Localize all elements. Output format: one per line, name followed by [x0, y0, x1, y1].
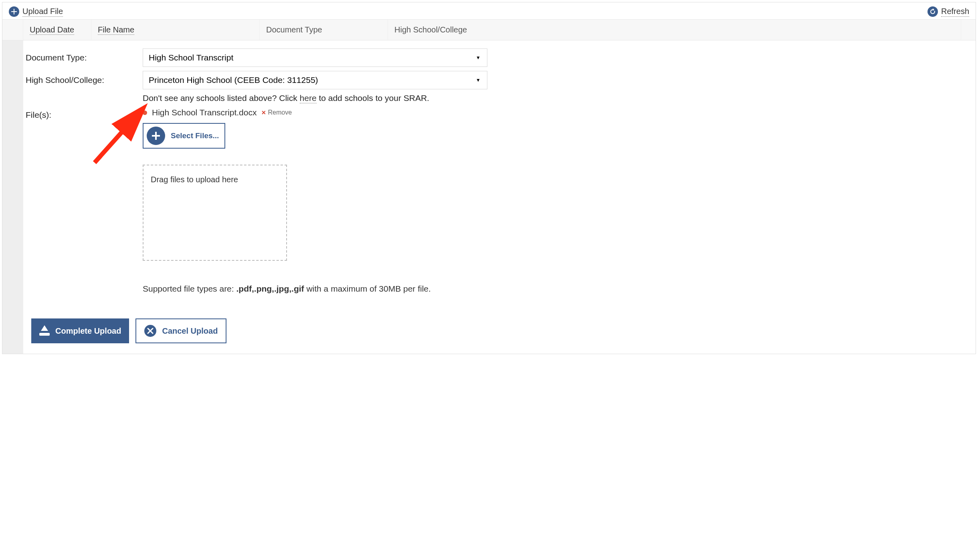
column-upload-date-label: Upload Date — [30, 25, 74, 35]
form-content: Document Type: High School Transcript Hi… — [23, 40, 976, 354]
school-hint: Don't see any schools listed above? Clic… — [143, 93, 968, 103]
refresh-link[interactable]: Refresh — [927, 6, 969, 17]
row-school: High School/College: Princeton High Scho… — [26, 71, 968, 89]
column-end — [961, 20, 976, 40]
school-hint-prefix: Don't see any schools listed above? Clic… — [143, 93, 300, 103]
cancel-upload-label: Cancel Upload — [162, 326, 218, 336]
upload-file-label: Upload File — [22, 7, 63, 17]
label-files: File(s): — [26, 110, 143, 120]
label-document-type: Document Type: — [26, 53, 143, 62]
complete-upload-label: Complete Upload — [55, 326, 121, 336]
close-icon: ✕ — [261, 109, 266, 116]
select-files-label: Select Files... — [171, 131, 219, 140]
column-upload-date[interactable]: Upload Date — [23, 20, 91, 40]
supported-file-types-note: Supported file types are: .pdf,.png,.jpg… — [143, 284, 968, 294]
row-document-type: Document Type: High School Transcript — [26, 48, 968, 67]
column-school-label: High School/College — [394, 25, 467, 34]
column-file-name-label: File Name — [98, 25, 134, 35]
table-header: Upload Date File Name Document Type High… — [2, 19, 976, 40]
left-gutter — [2, 40, 23, 354]
action-bar: Complete Upload Cancel Upload — [31, 318, 968, 343]
upload-icon — [39, 326, 50, 336]
column-school: High School/College — [388, 20, 961, 40]
pending-file-name: High School Transcript.docx — [152, 108, 257, 117]
select-files-button[interactable]: Select Files... — [143, 123, 225, 149]
complete-upload-button[interactable]: Complete Upload — [31, 318, 129, 343]
school-hint-suffix: to add schools to your SRAR. — [317, 93, 429, 103]
supported-prefix: Supported file types are: — [143, 284, 236, 293]
pending-dot-icon — [143, 111, 147, 115]
select-school-value: Princeton High School (CEEB Code: 311255… — [149, 75, 318, 85]
plus-icon — [9, 6, 19, 17]
toolbar: Upload File Refresh — [2, 2, 976, 19]
select-school[interactable]: Princeton High School (CEEB Code: 311255… — [143, 71, 487, 89]
select-document-type[interactable]: High School Transcript — [143, 48, 487, 67]
remove-file-label: Remove — [268, 109, 292, 116]
pending-file-row: High School Transcript.docx ✕ Remove — [143, 108, 968, 117]
plus-icon — [147, 127, 165, 145]
label-school: High School/College: — [26, 75, 143, 85]
column-document-type-label: Document Type — [266, 25, 322, 34]
add-schools-link[interactable]: here — [300, 93, 317, 103]
supported-types: .pdf,.png,.jpg,.gif — [236, 284, 304, 293]
file-drop-zone[interactable]: Drag files to upload here — [143, 165, 287, 261]
refresh-label: Refresh — [941, 7, 969, 17]
column-file-name[interactable]: File Name — [91, 20, 260, 40]
column-pad — [2, 20, 23, 40]
upload-file-link[interactable]: Upload File — [9, 6, 63, 17]
column-document-type: Document Type — [260, 20, 388, 40]
refresh-icon — [927, 6, 938, 17]
select-document-type-value: High School Transcript — [149, 53, 233, 62]
drop-zone-label: Drag files to upload here — [151, 175, 238, 184]
form-body: Document Type: High School Transcript Hi… — [2, 40, 976, 354]
upload-panel: Upload File Refresh Upload Date File Nam… — [2, 2, 976, 354]
cancel-upload-button[interactable]: Cancel Upload — [135, 318, 226, 343]
supported-suffix: with a maximum of 30MB per file. — [304, 284, 431, 293]
remove-file-link[interactable]: ✕ Remove — [261, 109, 292, 116]
close-icon — [144, 325, 156, 337]
